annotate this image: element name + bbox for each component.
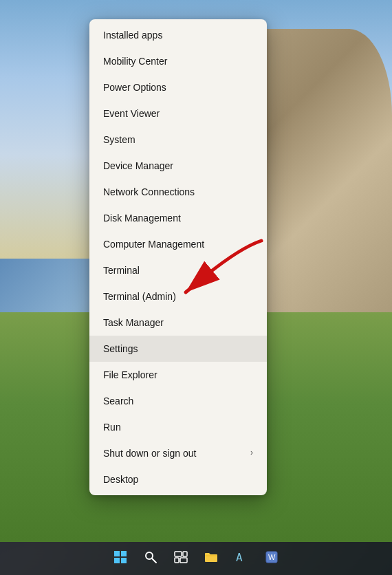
menu-item-label-shut-down: Shut down or sign out (103, 447, 196, 459)
menu-item-shut-down[interactable]: Shut down or sign out› (89, 440, 267, 466)
task-view-icon (174, 550, 188, 567)
menu-item-task-manager[interactable]: Task Manager (89, 310, 267, 336)
search-icon (144, 550, 157, 567)
svg-rect-1 (114, 551, 120, 556)
menu-item-mobility-center[interactable]: Mobility Center (89, 48, 267, 74)
menu-item-label-system: System (103, 133, 135, 146)
menu-item-power-options[interactable]: Power Options (89, 74, 267, 100)
menu-item-label-device-manager: Device Manager (103, 160, 173, 172)
app-icon-icon: W (265, 550, 279, 567)
menu-item-run[interactable]: Run (89, 414, 267, 440)
menu-item-label-mobility-center: Mobility Center (103, 55, 167, 67)
submenu-chevron-icon: › (250, 448, 253, 459)
svg-text:A: A (236, 551, 243, 564)
menu-item-desktop[interactable]: Desktop (89, 466, 267, 492)
svg-rect-10 (180, 558, 187, 563)
menu-item-event-viewer[interactable]: Event Viewer (89, 100, 267, 127)
menu-item-label-terminal-admin: Terminal (Admin) (103, 290, 176, 303)
taskbar-icon-app-icon[interactable]: W (259, 546, 284, 571)
menu-item-label-disk-management: Disk Management (103, 212, 181, 224)
menu-item-settings[interactable]: Settings (89, 336, 267, 362)
menu-item-label-task-manager: Task Manager (103, 316, 164, 329)
menu-item-terminal[interactable]: Terminal (89, 257, 267, 283)
context-menu: Installed appsMobility CenterPower Optio… (89, 19, 267, 495)
taskbar-icon-task-view[interactable] (168, 546, 193, 571)
taskbar-icon-file-explorer[interactable] (199, 546, 224, 571)
svg-rect-4 (121, 558, 127, 563)
menu-item-search[interactable]: Search (89, 388, 267, 414)
menu-item-device-manager[interactable]: Device Manager (89, 153, 267, 179)
start-icon (113, 550, 127, 567)
taskbar: A W (0, 542, 392, 575)
menu-item-label-installed-apps: Installed apps (103, 29, 162, 41)
menu-item-label-terminal: Terminal (103, 264, 140, 276)
svg-rect-3 (114, 558, 120, 563)
menu-item-label-search: Search (103, 395, 133, 407)
svg-line-6 (152, 558, 156, 563)
menu-item-label-file-explorer: File Explorer (103, 369, 157, 381)
svg-rect-7 (175, 552, 182, 556)
menu-item-installed-apps[interactable]: Installed apps (89, 22, 267, 48)
menu-item-label-run: Run (103, 421, 121, 433)
dev-tool-icon: A (235, 550, 248, 567)
svg-rect-9 (175, 558, 179, 563)
svg-rect-8 (183, 552, 187, 556)
file-explorer-icon (204, 550, 219, 567)
menu-item-disk-management[interactable]: Disk Management (89, 205, 267, 231)
taskbar-icon-dev-tool[interactable]: A (229, 546, 254, 571)
menu-item-file-explorer[interactable]: File Explorer (89, 362, 267, 388)
svg-text:W: W (268, 553, 276, 561)
menu-item-system[interactable]: System (89, 127, 267, 153)
menu-item-label-power-options: Power Options (103, 81, 166, 94)
menu-item-label-desktop: Desktop (103, 473, 138, 486)
svg-rect-2 (121, 551, 127, 556)
taskbar-icon-search[interactable] (138, 546, 163, 571)
menu-item-terminal-admin[interactable]: Terminal (Admin) (89, 283, 267, 310)
menu-item-label-network-connections: Network Connections (103, 186, 195, 198)
menu-item-computer-management[interactable]: Computer Management (89, 231, 267, 257)
menu-item-network-connections[interactable]: Network Connections (89, 179, 267, 205)
menu-item-label-settings: Settings (103, 343, 138, 355)
menu-item-label-event-viewer: Event Viewer (103, 107, 160, 120)
taskbar-icon-start[interactable] (108, 546, 133, 571)
menu-item-label-computer-management: Computer Management (103, 238, 204, 250)
